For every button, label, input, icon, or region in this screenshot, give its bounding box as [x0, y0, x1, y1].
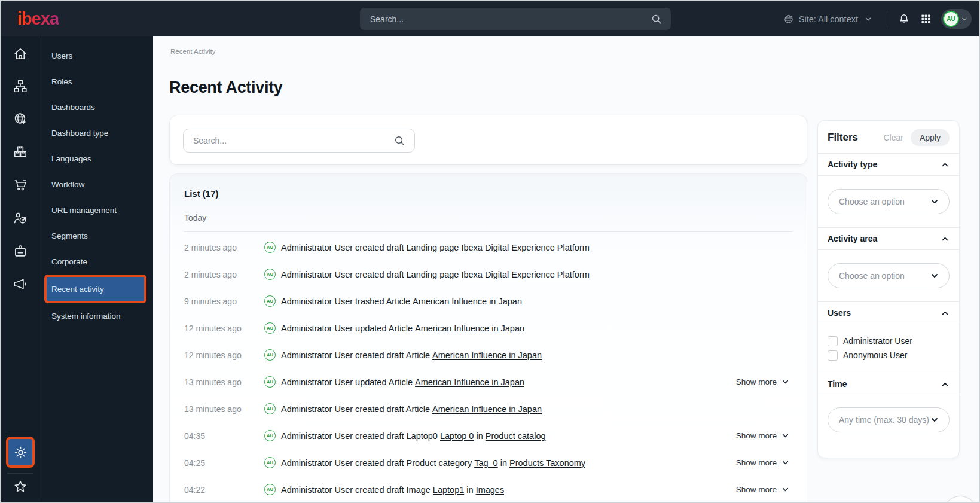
activity-message: Administrator User created draft Landing…	[281, 243, 590, 252]
activity-area-select[interactable]: Choose an option	[828, 263, 950, 288]
page-title: Recent Activity	[169, 77, 283, 97]
content-link[interactable]: Images	[476, 485, 505, 495]
content-link[interactable]: Laptop1	[433, 485, 464, 495]
activity-row: 2 minutes agoAUAdministrator User create…	[184, 234, 792, 261]
rail-item-settings-selected[interactable]	[6, 437, 35, 468]
sidebar-item-languages[interactable]: Languages	[39, 146, 153, 172]
filters-panel: Filters Clear Apply Activity type Choose…	[817, 120, 960, 458]
rail-item-favorites[interactable]	[13, 479, 28, 495]
activity-row: 2 minutes agoAUAdministrator User create…	[184, 261, 792, 288]
filter-content: Choose an option	[818, 250, 959, 301]
list-group-label: Today	[184, 213, 792, 222]
sidebar-item-users[interactable]: Users	[39, 43, 153, 69]
content-link[interactable]: American Influence in Japan	[415, 377, 524, 387]
notifications-button[interactable]	[897, 13, 911, 26]
admin-side-menu: UsersRolesDashboardsDashboard typeLangua…	[39, 36, 153, 503]
users-options: Administrator UserAnonymous User	[828, 334, 950, 362]
activity-rows: 2 minutes agoAUAdministrator User create…	[184, 232, 792, 503]
time-select[interactable]: Any time (max. 30 days)	[828, 407, 950, 432]
sitemap-icon	[13, 78, 28, 94]
user-initials-badge: AU	[264, 295, 276, 307]
global-search[interactable]	[360, 8, 671, 30]
sidebar-item-corporate[interactable]: Corporate	[39, 249, 153, 275]
activity-row: 04:25AUAdministrator User created draft …	[184, 449, 792, 476]
content-link[interactable]: Ibexa Digital Experience Platform	[461, 270, 589, 279]
activity-time: 2 minutes ago	[184, 243, 264, 252]
sidebar-item-dashboards[interactable]: Dashboards	[39, 94, 153, 120]
chevron-down-icon	[864, 15, 872, 23]
list-count-header: List (17)	[184, 188, 792, 199]
show-more-button[interactable]: Show more	[736, 458, 792, 467]
filter-section-users[interactable]: Users	[818, 302, 959, 324]
site-context-selector[interactable]: Site: All context	[783, 14, 877, 25]
rail-item-commerce[interactable]	[13, 177, 28, 193]
rail-item-marketing[interactable]	[13, 276, 28, 292]
show-more-button[interactable]: Show more	[736, 377, 792, 386]
sidebar-item-dashboard-type[interactable]: Dashboard type	[39, 120, 153, 146]
rail-item-corporate[interactable]	[13, 243, 28, 259]
show-more-button[interactable]: Show more	[736, 431, 792, 440]
sidebar-item-workflow[interactable]: Workflow	[39, 172, 153, 197]
activity-type-select[interactable]: Choose an option	[828, 189, 950, 214]
sidebar-item-roles[interactable]: Roles	[39, 69, 153, 94]
star-icon	[13, 479, 28, 495]
filter-user-checkbox-administrator-user[interactable]: Administrator User	[828, 334, 950, 347]
chevron-down-icon	[781, 431, 790, 440]
content-link[interactable]: American Influence in Japan	[413, 297, 522, 306]
filter-section-time[interactable]: Time	[818, 373, 959, 395]
user-initials-badge: AU	[264, 349, 276, 361]
person-target-icon	[13, 211, 28, 226]
avatar: AU	[943, 11, 959, 27]
checkbox[interactable]	[828, 336, 838, 346]
user-menu[interactable]: AU	[941, 9, 972, 29]
content-link[interactable]: Ibexa Digital Experience Platform	[461, 243, 589, 252]
rail-item-content-structure[interactable]	[13, 78, 28, 94]
filter-user-checkbox-anonymous-user[interactable]: Anonymous User	[828, 349, 950, 362]
content-link[interactable]: American Influence in Japan	[415, 324, 524, 333]
activity-row: 04:22AUAdministrator User created draft …	[184, 476, 792, 503]
activity-row: 04:35AUAdministrator User created draft …	[184, 422, 792, 449]
activity-time: 2 minutes ago	[184, 270, 264, 279]
activity-message: Administrator User created draft Article…	[281, 350, 542, 360]
filter-section-activity-type[interactable]: Activity type	[818, 154, 959, 175]
content-link[interactable]: American Influence in Japan	[432, 350, 542, 360]
content-link[interactable]: Laptop 0	[440, 431, 474, 441]
rail-item-personalization[interactable]	[13, 211, 28, 226]
global-search-input[interactable]	[370, 14, 651, 24]
sidebar-item-url-management[interactable]: URL management	[39, 197, 153, 223]
content-link[interactable]: Products Taxonomy	[509, 458, 585, 468]
clear-filters-button[interactable]: Clear	[884, 133, 903, 142]
activity-time: 04:35	[184, 431, 264, 441]
activity-time: 13 minutes ago	[184, 377, 264, 387]
content-link[interactable]: Tag_0	[474, 458, 498, 468]
checkbox[interactable]	[828, 350, 838, 361]
chevron-up-icon	[941, 234, 950, 243]
filter-section-activity-area[interactable]: Activity area	[818, 228, 959, 249]
rail-item-home[interactable]	[13, 46, 28, 62]
show-more-button[interactable]: Show more	[736, 485, 792, 494]
activity-message: Administrator User updated Article Ameri…	[281, 377, 524, 387]
sidebar-item-system-information[interactable]: System information	[39, 303, 153, 329]
main-content: Recent Activity Recent Activity List (17…	[153, 36, 980, 503]
sidebar-item-segments[interactable]: Segments	[39, 223, 153, 249]
content-link[interactable]: Product catalog	[486, 431, 546, 441]
checkbox-label: Anonymous User	[843, 350, 907, 360]
user-initials-badge: AU	[264, 430, 276, 441]
app-grid-button[interactable]	[920, 13, 932, 25]
gear-icon	[13, 445, 28, 460]
chevron-down-icon	[930, 415, 939, 425]
floating-action-button[interactable]	[944, 496, 977, 503]
chevron-down-icon	[930, 271, 939, 281]
apply-filters-button[interactable]: Apply	[911, 129, 950, 146]
rail-item-products[interactable]	[13, 144, 28, 160]
user-initials-badge: AU	[264, 322, 276, 334]
globe-cursor-icon	[13, 111, 28, 127]
activity-search-input[interactable]	[193, 136, 393, 145]
rail-item-site[interactable]	[13, 111, 28, 127]
home-icon	[13, 46, 28, 62]
content-link[interactable]: American Influence in Japan	[432, 404, 542, 414]
chevron-down-icon	[930, 197, 939, 206]
activity-search[interactable]	[183, 129, 415, 153]
activity-message: Administrator User created draft Product…	[281, 458, 585, 468]
sidebar-item-recent-activity[interactable]: Recent activity	[44, 275, 146, 303]
